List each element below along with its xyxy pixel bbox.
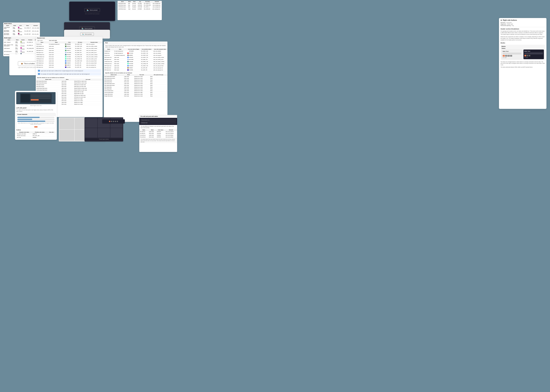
text-detail-table: Button name Mode Text used DG system fon… (104, 74, 167, 97)
table-row: E500 default iconDark mode#ACC0EBDG_E500… (36, 48, 102, 49)
text-description: Texts in buttons also have their colors … (104, 44, 167, 49)
mini-sidebar (21, 94, 30, 102)
table-row: E500 button textLight mode#4F8AFBDG_GREY… (104, 56, 167, 58)
channel-button-row (16, 126, 55, 128)
table-row: ADP ghost iconDark mode#4122BEDG_ADP_750… (36, 66, 102, 68)
table-row: ADP default ghost buttonLight mode#A88C7… (3, 30, 40, 33)
store-preset-button-1[interactable]: 🏪 Store preset (84, 8, 100, 12)
colors-title: Colors (16, 129, 56, 131)
left-side-panel-title: Left side panel (16, 107, 56, 109)
right-panel-content: ⊞ Right side buttons Direction - Horizon… (499, 18, 546, 69)
table-row: E500 ghost iconLight mode#50B175DG_E500_… (36, 49, 102, 52)
store-preset-button-3[interactable]: 🏪 Store preset (80, 33, 94, 36)
table-row: A4AM Med buttonDarkHovered #CF3BA4DG_A4A… (117, 8, 162, 10)
store-preset-card-1: 🏪 Store preset Dark mode E500 button pro… (69, 2, 115, 21)
preview-button[interactable]: 📦 This is a button (18, 61, 38, 66)
header-section-title: Header section Breakdown (500, 28, 545, 30)
table-row: Pre-edit textLight mode#FFFFFFcolor_text… (139, 131, 177, 133)
light-search-bar (503, 53, 521, 55)
on-light-label: On Light (503, 57, 521, 58)
light-btn-row: ● A B C (503, 55, 521, 56)
table-row: A4AM ghost iconDark mode#4CF2BADG_A4AM_7… (36, 58, 102, 60)
light-main-text: Main Text (503, 51, 521, 52)
top-left-table: Name Mode Color Token Semantic A4AM defa… (3, 25, 40, 36)
token-description: The tokens are changed based on which de… (500, 61, 545, 66)
dot-1 (109, 121, 110, 122)
input-preview-field-2[interactable]: Entered text (140, 122, 176, 124)
dark-btn-3[interactable]: B (528, 55, 530, 56)
light-btn-2[interactable]: A (505, 55, 507, 56)
channel-orange-accent (34, 126, 37, 127)
table-row: Pre-edit textDark mode#2A2A3Acolor_text_… (139, 133, 177, 134)
mini-content (30, 94, 51, 102)
pre-edit-header: Pre-edit and post-edit states (139, 115, 177, 118)
channel-controls: Each offset items on a row of the Figma … (16, 116, 55, 126)
alert-row-2: i For example, DG Suite E500 navigation … (37, 72, 101, 75)
icon-root-label: Icon root color (49, 40, 57, 41)
table-row: E500 ghost buttonDark modeE500 ghost ico… (36, 86, 102, 87)
flow-cell-4 (59, 130, 74, 141)
border-types-table: Name Mode Border Primitive Semantic E500… (3, 39, 40, 56)
info-icon-1: i (38, 70, 40, 72)
mode-labels-row: Light mode Icon root color (36, 40, 102, 42)
alerts-section: i 'Light mode' and 'dark mode' is differ… (36, 68, 102, 76)
table-row: A4AM default iconDark mode#4CF2BADG_A4AM… (36, 56, 102, 58)
light-mode-label: Light mode (37, 40, 43, 41)
mini-row-3 (31, 98, 51, 99)
pre-edit-description: The only difference between a pre-edit a… (139, 125, 177, 129)
preset-channels-header: Preset channels (16, 113, 55, 116)
channel-slider-1[interactable] (17, 117, 54, 118)
table-row: Danger Med buttonDark modeDefault text o… (104, 95, 167, 97)
button-icon: 📦 (21, 63, 23, 64)
input-preview-field[interactable]: Placeholder text (140, 119, 176, 121)
token-alternates: The tokens alternate between E500, A4AM,… (500, 66, 545, 68)
store-label-1: Store preset (89, 9, 97, 11)
table-row: ADP default Med buttonDark modeDefault t… (104, 84, 167, 86)
right-panel-title-icon: ⊞ (500, 19, 502, 21)
light-preview-card: Main Text ● A B C On Light (501, 49, 522, 59)
light-btn-1[interactable]: ● (503, 55, 505, 56)
table-row: E500 default Med buttonDark modeDefault … (36, 82, 102, 84)
table-row: E500 default Med buttonDark modeDefault … (104, 77, 167, 79)
table-row: A4AM Med buttonDarkFocused #AD4A4EDG_A4A… (117, 4, 162, 6)
table-row: A4AM default Med buttonLight modeDefault… (36, 87, 102, 89)
slider-fill-2 (17, 119, 32, 120)
table-row: A4AM button textLight mode#4F8A9BDG_GREY… (104, 61, 167, 63)
store-icon-3: 🏪 (82, 34, 84, 35)
icon-token-card: Text Texts in buttons also have their co… (104, 42, 167, 122)
light-btn-4[interactable]: C (510, 55, 512, 56)
table-row: ADP default iconDark mode#4188C8DG_ADP_7… (36, 62, 102, 64)
preview-pair: Main Text ● A B C On Light Main Text ● (501, 49, 544, 59)
channel-slider-3[interactable] (17, 121, 54, 122)
channel-slider-2[interactable] (17, 119, 54, 120)
figma-preview-inner (20, 93, 51, 103)
dot-3 (113, 121, 114, 122)
table-row: Primitive color token#DG_GRY_300 (16, 135, 56, 137)
dark-btn-2[interactable]: A (527, 55, 528, 56)
table-row: Semantic color token#A08C75 (16, 133, 56, 135)
table-row: E500 - Default 1 PSG default ghostDark m… (3, 44, 40, 47)
flow-dark-cell-5 (98, 128, 110, 138)
table-row: Passive iconOn disabled background#8B9B8… (36, 43, 102, 45)
store-footer-1: Dark mode E500 button prototype (85, 13, 99, 14)
dark-btn-1[interactable]: ● (524, 55, 526, 56)
table-row: ADP default iconLight mode#4F8AFBDG_GREY… (36, 60, 102, 62)
table-row: E500 ghost textDark mode#ACC0EBDG_E500_7… (104, 58, 167, 61)
right-panel-direction: Direction - Horizontal (500, 22, 545, 23)
top-data-card: Name Mode State Hex DG Token Semantic A4… (117, 1, 162, 20)
flow-cell-1 (59, 118, 74, 129)
bottom-left-panel: E500 Figma main view Left side panel The… (15, 91, 57, 140)
table-row: ADP ghost iconLight mode#A88C75DG_ADP_30… (36, 64, 102, 66)
flow-dark-cell-4 (85, 128, 97, 138)
light-btn-3[interactable]: B (507, 55, 510, 56)
preset-channel-label: Each offset items on a row of the Figma … (17, 123, 54, 125)
top-left-card: Button tokens Name Mode Color Token Sema… (3, 22, 40, 56)
table-row: ADP ghost textLight mode#A58044DG_ADP_30… (104, 67, 167, 69)
table-row: A4AM default buttonDark mode#CF3BA4DG_A4… (3, 27, 40, 30)
table-row: E500 default Med buttonLight modeDefault… (36, 80, 102, 82)
table-row: E500 default iconLight mode#4F8A4FDG_GRE… (36, 45, 102, 48)
dark-bottom-bar (102, 119, 125, 124)
table-row: A4AM Med buttonDarkHovered #FF7B6ADG_ADA… (117, 3, 162, 4)
store-icon-1: 🏪 (87, 9, 88, 11)
modes-preview-section: Modes Tokens Main Text ● A B C On Light (500, 45, 545, 60)
